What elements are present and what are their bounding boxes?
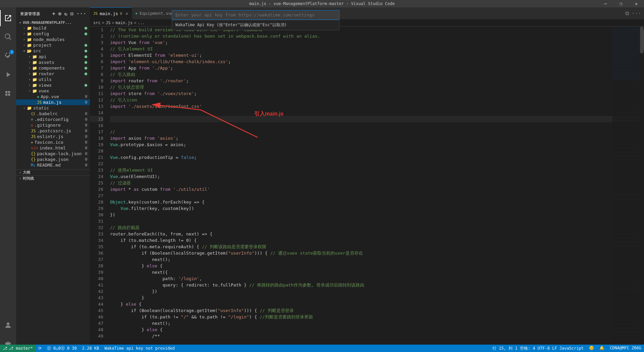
sidebar: 资源管理器 + ⊕ ↻ ⊟ ··· ▾ VUE-MANAGEMENTPLATF.… bbox=[16, 7, 90, 352]
status-bell[interactable]: 🔔 bbox=[597, 346, 607, 350]
node-modules-arrow: › bbox=[21, 38, 27, 41]
timeline-arrow: › bbox=[17, 177, 23, 180]
favicon-dirty: U bbox=[85, 140, 87, 144]
sidebar-item-components[interactable]: › 📁 components bbox=[16, 65, 90, 71]
code-line-22 bbox=[110, 161, 639, 167]
editorconfig-icon: ⚙ bbox=[31, 117, 33, 122]
code-line-5: import ElementUI from 'element-ui'; bbox=[110, 52, 639, 58]
sidebar-item-main-js[interactable]: › JS main.js U bbox=[16, 99, 90, 105]
ln-5: 5 bbox=[90, 52, 103, 58]
static-folder-icon: 📁 bbox=[27, 106, 32, 111]
sidebar-item-index-html[interactable]: › </> index.html U bbox=[16, 145, 90, 151]
sidebar-item-api[interactable]: › 📁 api bbox=[16, 54, 90, 59]
breadcrumb-src[interactable]: src bbox=[93, 20, 101, 25]
sidebar-item-editorconfig[interactable]: › ⚙ .editorconfig U bbox=[16, 117, 90, 122]
postcssrc-dirty: U bbox=[85, 129, 87, 133]
main-js-tab-close[interactable]: ✕ bbox=[125, 11, 128, 16]
new-folder-icon[interactable]: ⊕ bbox=[58, 10, 62, 17]
ln-26: 26 bbox=[90, 186, 103, 192]
sidebar-item-vuex[interactable]: › 📁 vuex bbox=[16, 88, 90, 94]
sidebar-item-static[interactable]: › 📁 static bbox=[16, 105, 90, 111]
sidebar-item-app-vue[interactable]: › ◈ App.vue U bbox=[16, 94, 90, 99]
status-cursor[interactable]: 行 15, 列 1 空格: 4 UTF-8 LF JavaScript bbox=[490, 346, 586, 351]
api-label: api bbox=[39, 54, 85, 59]
sidebar-item-package-lock[interactable]: › {} package-lock.json U bbox=[16, 151, 90, 157]
collapse-icon[interactable]: ⊟ bbox=[70, 10, 74, 17]
activity-search[interactable] bbox=[0, 29, 16, 45]
ln-19: 19 bbox=[90, 141, 103, 148]
api-arrow: › bbox=[27, 55, 32, 58]
activity-git[interactable]: 3 bbox=[0, 48, 16, 64]
status-branch[interactable]: ⎇ ⎇ master* bbox=[0, 345, 36, 352]
ln-3: 3 bbox=[90, 39, 103, 46]
wakatime-input[interactable] bbox=[172, 10, 339, 20]
timeline-label: 时间线 bbox=[23, 176, 34, 181]
assets-arrow: › bbox=[27, 60, 32, 64]
vuex-label: vuex bbox=[39, 88, 90, 93]
index-html-label: index.html bbox=[40, 145, 84, 150]
more-actions-icon[interactable]: ··· bbox=[76, 10, 87, 17]
code-line-37: next(); bbox=[110, 256, 639, 263]
sidebar-item-project[interactable]: › 📁 project bbox=[16, 42, 90, 48]
sidebar-item-router[interactable]: › 📁 router bbox=[16, 71, 90, 77]
sidebar-item-src[interactable]: ▾ 📂 src bbox=[16, 48, 90, 54]
static-label: static bbox=[33, 105, 90, 111]
vertical-scrollbar[interactable] bbox=[639, 27, 644, 345]
sidebar-item-config[interactable]: › 📁 config bbox=[16, 31, 90, 37]
close-button[interactable]: ✕ bbox=[629, 0, 644, 7]
branch-icon: ⎇ bbox=[3, 346, 7, 351]
editor-area: 1 2 3 4 5 6 7 8 9 10 11 12 13 14 15 16 1… bbox=[90, 27, 639, 345]
breadcrumb-sep1: > bbox=[102, 20, 104, 25]
activity-accounts[interactable] bbox=[0, 317, 16, 333]
code-line-25: // 过滤器 bbox=[110, 180, 639, 186]
status-filesize[interactable]: 2.28 KB bbox=[79, 345, 102, 352]
status-right: 行 15, 列 1 空格: 4 UTF-8 LF JavaScript 😊 🔔 … bbox=[490, 346, 644, 351]
sidebar-item-utils[interactable]: › 📁 utils bbox=[16, 77, 90, 82]
minimize-button[interactable]: ─ bbox=[598, 0, 613, 7]
main-js-tab-dirty: U bbox=[120, 12, 122, 15]
build-folder-icon: 📁 bbox=[27, 26, 32, 31]
status-errors[interactable]: ⓪ 0△0⓪ 0 30 bbox=[44, 345, 79, 352]
sidebar-item-package-json[interactable]: › {} package.json U bbox=[16, 157, 90, 162]
breadcrumb-dots[interactable]: ... bbox=[138, 20, 145, 25]
breadcrumb-js[interactable]: JS bbox=[106, 20, 110, 25]
activity-explorer[interactable] bbox=[0, 10, 16, 26]
activity-debug[interactable] bbox=[0, 67, 16, 83]
breadcrumb-mainjs[interactable]: main.js bbox=[116, 20, 133, 25]
sidebar-item-gitignore[interactable]: › ◎ .gitignore U bbox=[16, 122, 90, 128]
sidebar-item-favicon[interactable]: › ★ favicon.ico U bbox=[16, 139, 90, 145]
sidebar-item-node-modules[interactable]: › 📁 node_modules bbox=[16, 37, 90, 42]
tab-more-icon[interactable]: ··· bbox=[632, 10, 641, 16]
status-feedback[interactable]: 😊 bbox=[586, 346, 597, 350]
breadcrumb-sep3: > bbox=[134, 20, 136, 25]
wakatime-dropdown[interactable]: WakaTime Api Key (按"Enter"以确认或按"Esc"以取消) bbox=[172, 20, 339, 30]
ln-16: 16 bbox=[90, 122, 103, 129]
tab-main-js[interactable]: JS main.js U ✕ bbox=[90, 7, 132, 19]
sidebar-item-babelrc[interactable]: › {} .babelrc U bbox=[16, 111, 90, 117]
package-json-dirty: U bbox=[85, 157, 87, 162]
maximize-button[interactable]: ❐ bbox=[613, 0, 629, 7]
refresh-icon[interactable]: ↻ bbox=[64, 10, 68, 17]
package-lock-dirty: U bbox=[85, 151, 87, 156]
sidebar-item-views[interactable]: › 📁 views bbox=[16, 82, 90, 88]
status-waka[interactable]: WakaTime api key not provided bbox=[102, 345, 177, 352]
minimap-slider[interactable] bbox=[643, 30, 644, 50]
readme-label: README.md bbox=[37, 163, 84, 168]
sidebar-item-readme[interactable]: › M↓ README.md U bbox=[16, 162, 90, 168]
status-extra[interactable]: CDNA@MFC 266G bbox=[607, 346, 644, 350]
tree-root[interactable]: ▾ VUE-MANAGEMENTPLATF... bbox=[16, 20, 90, 25]
sidebar-section-outline[interactable]: › 大纲 bbox=[16, 169, 90, 175]
sidebar-item-assets[interactable]: › 📁 assets bbox=[16, 59, 90, 65]
router-label: router bbox=[39, 71, 85, 76]
sidebar-item-postcssrc[interactable]: › JS .postcssrc.js U bbox=[16, 128, 90, 134]
activity-extensions[interactable] bbox=[0, 85, 16, 101]
sidebar-item-eslint[interactable]: › JS eslintr.js U bbox=[16, 134, 90, 139]
new-file-icon[interactable]: + bbox=[52, 10, 56, 17]
split-editor-icon[interactable]: ⧉ bbox=[625, 10, 629, 16]
sidebar-section-timeline[interactable]: › 时间线 bbox=[16, 175, 90, 181]
status-sync[interactable]: ⟳ bbox=[36, 345, 44, 352]
package-json-label: package.json bbox=[37, 157, 84, 162]
code-content[interactable]: // The Vue build version to load with th… bbox=[107, 27, 639, 345]
code-line-9: import router from './router'; bbox=[110, 78, 639, 84]
sidebar-item-build[interactable]: › 📁 build bbox=[16, 25, 90, 31]
